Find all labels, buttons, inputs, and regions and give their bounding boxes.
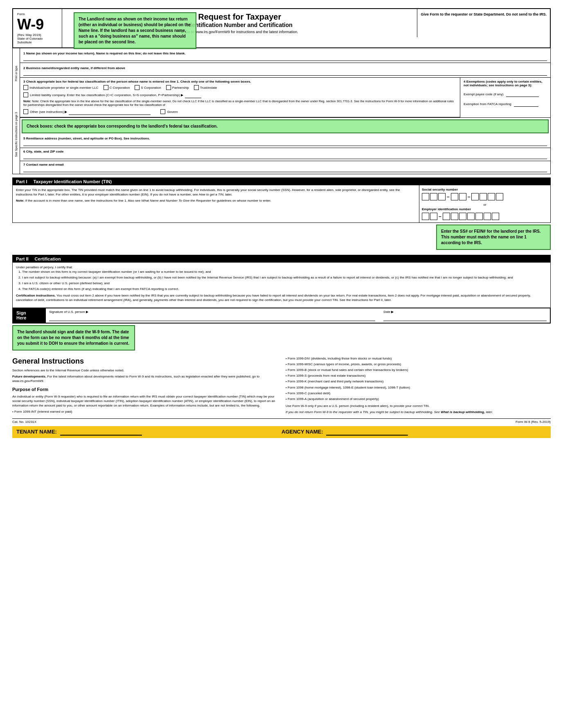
llc-input[interactable] <box>185 92 201 98</box>
side-labels: Print or type. See Specific Instructions… <box>13 48 20 174</box>
gi-right-item: • Form 1099-MISC (various types of incom… <box>286 362 551 366</box>
checkbox-partnership-label: Partnership <box>172 86 189 90</box>
gi-right: • Form 1099-DIV (dividends, including th… <box>286 356 551 415</box>
checkbox-llc-box[interactable] <box>23 92 28 97</box>
checkbox-s-corp-box[interactable] <box>135 85 140 90</box>
form-id: Form W-9 (Rev. 5-2019) <box>516 420 551 424</box>
gi-right-item: • Form 1099-K (merchant card and third p… <box>286 379 551 384</box>
sign-here-label2: Here <box>16 315 43 320</box>
ein-digit-7[interactable] <box>475 213 483 220</box>
checkbox-s-corp-item: S Corporation <box>135 85 161 90</box>
field4-section: 4 Exemptions (codes apply only to certai… <box>460 78 550 117</box>
checkbox-individual-box[interactable] <box>23 85 28 90</box>
cert-instructions-text: Certification instructions. You must cro… <box>16 293 547 302</box>
cat-no: Cat. No. 10231X <box>12 420 36 424</box>
ssn-digit-9[interactable] <box>496 193 503 200</box>
ein-sep: – <box>439 213 441 219</box>
field6-input[interactable] <box>23 154 547 159</box>
gi-right-items: • Form 1099-DIV (dividends, including th… <box>286 356 551 402</box>
form-w9-title: W-9 <box>17 16 58 33</box>
annotation-checkboxes: Check boxes: check the appropriate box c… <box>22 119 549 133</box>
field3-section: 3 Check appropriate box for federal tax … <box>20 78 460 117</box>
gi-purpose-text: An individual or entity (Form W-9 reques… <box>12 394 277 408</box>
ein-group2 <box>443 213 499 220</box>
ssn-digit-5[interactable] <box>459 193 466 200</box>
ssn-group2 <box>451 193 466 200</box>
ein-label: Employer identification number <box>422 207 548 211</box>
ein-digit-8[interactable] <box>484 213 491 220</box>
part1-body: Enter your TIN in the appropriate box. T… <box>13 185 550 222</box>
checkbox-trust-box[interactable] <box>194 85 199 90</box>
gi-section-refs: Section references are to the Internal R… <box>12 368 277 373</box>
cert-instructions-bold: Certification instructions. <box>16 294 56 297</box>
other-input[interactable] <box>69 108 151 115</box>
form-substitute: Substitute <box>17 40 58 44</box>
ein-digit-1[interactable] <box>422 213 429 220</box>
form-fields-container: Print or type. See Specific Instructions… <box>12 48 551 174</box>
ein-digit-5[interactable] <box>459 213 466 220</box>
field5-input[interactable] <box>23 141 547 146</box>
gi-purpose-title: Purpose of Form <box>12 386 277 393</box>
gi-right-item: • Form 1099-DIV (dividends, including th… <box>286 356 551 361</box>
field2-input[interactable] <box>23 71 547 76</box>
bottom-agency: AGENCY NAME: <box>282 429 547 436</box>
gi-future-dev: Future developments. For the latest info… <box>12 374 277 383</box>
sign-sig-input[interactable] <box>49 315 375 321</box>
ein-digit-9[interactable] <box>492 213 499 220</box>
checkbox-individual-item: Individual/sole proprietor or single-mem… <box>23 85 99 90</box>
tenant-name-value[interactable] <box>60 429 142 436</box>
part2-container: Part II Certification Under penalties of… <box>12 255 551 324</box>
gi-1099-int: • Form 1099-INT (interest earned or paid… <box>12 409 277 414</box>
exempt-payee-label: Exempt payee code (if any) <box>464 92 503 96</box>
field6-row: 6 City, state, and ZIP code <box>20 148 550 161</box>
field1-label: 1 Name (as shown on your income tax retu… <box>23 52 547 55</box>
checkbox-trust-label: Trust/estate <box>200 86 217 90</box>
ein-digit-6[interactable] <box>467 213 475 220</box>
ssn-digit-1[interactable] <box>422 193 429 200</box>
checkbox-partnership-box[interactable] <box>166 85 171 90</box>
gi-italic-text: If you do not return Form W-9 to the req… <box>286 410 551 414</box>
field7-input[interactable] <box>23 167 547 172</box>
checkbox-c-corp-box[interactable] <box>104 85 108 90</box>
ssn-digit-6[interactable] <box>471 193 479 200</box>
cert-intro: Under penalties of perjury, I certify th… <box>16 265 547 270</box>
checkbox-govt-label: Govern <box>167 110 178 114</box>
bottom-tenant: TENANT NAME: <box>16 429 282 436</box>
general-instructions: General Instructions Section references … <box>12 356 551 415</box>
ssn-group3 <box>471 193 503 200</box>
exempt-fatca-input[interactable] <box>514 100 538 107</box>
part2-title: Certification <box>35 256 61 261</box>
sign-sig-label: Signature of U.S. person ▶ <box>49 310 375 314</box>
field7-row: 7 Contact name and email <box>20 161 550 174</box>
ein-digit-4[interactable] <box>451 213 458 220</box>
sign-date-input[interactable] <box>383 315 547 321</box>
ssn-digit-8[interactable] <box>488 193 495 200</box>
ssn-digit-3[interactable] <box>438 193 446 200</box>
page: Form W-9 (Rev. May 2019) State of Colora… <box>0 0 563 728</box>
form-state: State of Colorado <box>17 37 58 40</box>
sign-here-box: Sign Here <box>13 308 46 323</box>
annotation-sign-date: The landlord should sign and date the W-… <box>12 325 135 351</box>
part1-title: Taxpayer Identification Number (TIN) <box>34 179 112 184</box>
exempt-payee-input[interactable] <box>506 90 539 97</box>
footer: Cat. No. 10231X Form W-9 (Rev. 5-2019) <box>12 418 551 424</box>
llc-row: Limited liability company. Enter the tax… <box>23 92 457 98</box>
ssn-digit-7[interactable] <box>480 193 487 200</box>
checkbox-govt-box[interactable] <box>160 109 165 114</box>
form-text: Form <box>17 12 58 16</box>
field1-input[interactable] <box>23 56 547 61</box>
sign-sig-area: Signature of U.S. person ▶ <box>49 310 375 321</box>
llc-note: Note: Note: Check the appropriate box in… <box>23 99 457 107</box>
sign-here-label: Sign <box>16 310 43 315</box>
checkbox-other-box[interactable] <box>23 109 28 114</box>
ein-digit-3[interactable] <box>443 213 450 220</box>
ssn-digit-4[interactable] <box>451 193 458 200</box>
agency-name-value[interactable] <box>326 429 408 436</box>
ssn-digit-2[interactable] <box>430 193 437 200</box>
cert-item-3: I am a U.S. citizen or other U.S. person… <box>22 281 547 286</box>
sign-area: Sign Here Signature of U.S. person ▶ Dat… <box>13 308 550 323</box>
annotation-ein-ssn: Enter the SS# or FEIN# for the landlord … <box>436 225 551 250</box>
checkbox-individual-label: Individual/sole proprietor or single-mem… <box>29 86 99 90</box>
ein-digit-2[interactable] <box>430 213 437 220</box>
field2-label: 2 Business name/disregarded entity name,… <box>23 66 547 70</box>
